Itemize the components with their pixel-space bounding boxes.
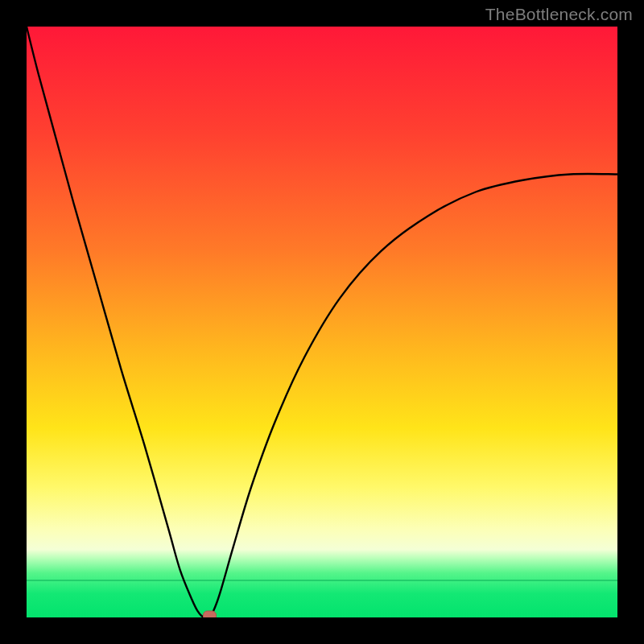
chart-frame: TheBottleneck.com (0, 0, 644, 644)
watermark-text: TheBottleneck.com (485, 5, 633, 24)
minimum-marker (204, 611, 217, 617)
curve-svg (27, 27, 617, 617)
plot-area (27, 27, 617, 617)
bottleneck-curve (27, 27, 617, 617)
